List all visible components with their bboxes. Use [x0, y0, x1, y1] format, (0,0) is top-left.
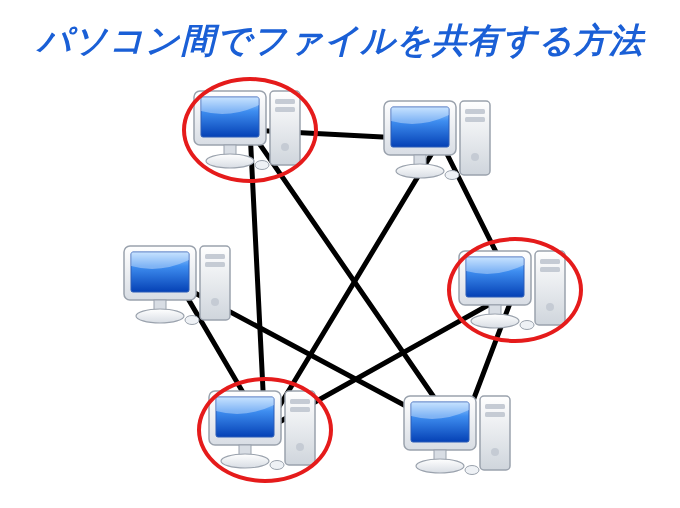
computer-node	[455, 245, 575, 335]
svg-point-7	[206, 154, 254, 168]
svg-point-52	[416, 459, 464, 473]
svg-point-53	[465, 466, 479, 475]
computer-node	[400, 390, 520, 480]
computer-icon	[205, 385, 325, 475]
svg-rect-1	[275, 99, 295, 104]
computer-node	[190, 85, 310, 175]
svg-point-17	[445, 171, 459, 180]
svg-rect-47	[485, 412, 505, 417]
svg-point-35	[520, 321, 534, 330]
svg-point-16	[396, 164, 444, 178]
computer-icon	[120, 240, 240, 330]
svg-point-21	[211, 298, 219, 306]
computer-icon	[455, 245, 575, 335]
svg-rect-38	[290, 407, 310, 412]
svg-point-25	[136, 309, 184, 323]
svg-point-8	[255, 161, 269, 170]
svg-point-26	[185, 316, 199, 325]
computer-icon	[400, 390, 520, 480]
svg-point-3	[281, 143, 289, 151]
network-edges	[0, 0, 680, 508]
svg-rect-29	[540, 267, 560, 272]
computer-node	[380, 95, 500, 185]
svg-point-34	[471, 314, 519, 328]
svg-rect-19	[205, 254, 225, 259]
computer-node	[205, 385, 325, 475]
svg-point-12	[471, 153, 479, 161]
svg-rect-2	[275, 107, 295, 112]
network-diagram	[0, 0, 680, 508]
svg-point-44	[270, 461, 284, 470]
computer-node	[120, 240, 240, 330]
svg-rect-11	[465, 117, 485, 122]
computer-icon	[190, 85, 310, 175]
svg-point-39	[296, 443, 304, 451]
svg-point-43	[221, 454, 269, 468]
svg-rect-20	[205, 262, 225, 267]
svg-point-48	[491, 448, 499, 456]
svg-rect-10	[465, 109, 485, 114]
svg-rect-37	[290, 399, 310, 404]
svg-rect-28	[540, 259, 560, 264]
svg-point-30	[546, 303, 554, 311]
svg-rect-46	[485, 404, 505, 409]
computer-icon	[380, 95, 500, 185]
